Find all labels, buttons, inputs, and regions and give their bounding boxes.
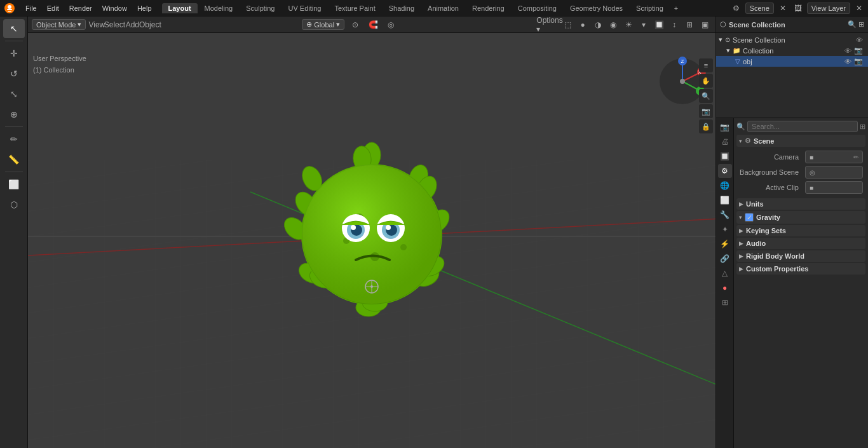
menu-render[interactable]: Render <box>64 3 97 13</box>
material-toggle[interactable]: ◑ <box>591 18 605 32</box>
lock-view-icon[interactable]: 🔒 <box>699 119 713 133</box>
props-search-input[interactable] <box>747 121 858 132</box>
tool-add-cube[interactable]: ⬜ <box>3 175 25 194</box>
tab-sculpting[interactable]: Sculpting <box>240 3 281 13</box>
background-scene-field[interactable]: ◎ <box>805 166 863 179</box>
tool-move[interactable]: ✛ <box>3 44 25 63</box>
prop-object-icon[interactable]: ⬜ <box>718 193 732 207</box>
prop-render-icon[interactable]: 📷 <box>718 120 732 134</box>
wireframe-toggle[interactable]: ⬚ <box>560 18 574 32</box>
active-clip-field[interactable]: ■ <box>805 181 863 194</box>
select-menu[interactable]: Select <box>107 18 121 32</box>
pivot-icon[interactable]: ⊙ <box>348 18 362 32</box>
tab-layout[interactable]: Layout <box>162 3 198 13</box>
prop-particles-icon[interactable]: ✦ <box>718 222 732 236</box>
scene-close-icon[interactable]: ✕ <box>776 2 789 15</box>
prop-scene-icon[interactable]: ⚙ <box>718 164 732 178</box>
view-menu[interactable]: View <box>90 18 104 32</box>
viewport-options[interactable]: Options ▾ <box>543 18 557 32</box>
scene-collection-vis-icon[interactable]: 👁 <box>856 36 863 44</box>
collection-render[interactable]: 📷 <box>854 46 863 55</box>
transform-dropdown[interactable]: ⊕ Global ▾ <box>302 19 344 30</box>
prop-texture-icon[interactable]: ⊞ <box>718 295 732 309</box>
tool-measure[interactable]: 📏 <box>3 150 25 169</box>
viewport-shading-2[interactable]: ▾ <box>637 18 651 32</box>
menu-window[interactable]: Window <box>97 3 132 13</box>
custom-props-header[interactable]: ▶ Custom Properties <box>736 263 865 275</box>
outliner-item-obj[interactable]: ▽ obj 👁 📷 <box>716 56 868 67</box>
main-area: ↖ ✛ ↺ ⤡ ⊕ ✏ 📏 ⬜ ⬡ Object Mode ▾ View Sel… <box>0 17 868 448</box>
outliner-item-scene-collection[interactable]: ▾ ⊙ Scene Collection 👁 <box>716 34 868 45</box>
view-layer-close-icon[interactable]: ✕ <box>853 2 865 15</box>
viewport-shading-1[interactable]: ☀ <box>621 18 635 32</box>
snap-icon[interactable]: 🧲 <box>366 18 380 32</box>
menu-help[interactable]: Help <box>132 3 157 13</box>
menu-file[interactable]: File <box>20 3 42 13</box>
transform-gizmo[interactable] <box>364 279 379 294</box>
rendered-toggle[interactable]: ◉ <box>606 18 620 32</box>
prop-modifier-icon[interactable]: 🔧 <box>718 208 732 222</box>
camera-field-edit[interactable]: ✏ <box>853 154 858 161</box>
tool-cursor[interactable]: ↖ <box>3 19 25 38</box>
viewport-xray[interactable]: ▣ <box>698 18 712 32</box>
audio-header[interactable]: ▶ Audio <box>736 238 865 249</box>
gravity-section-header[interactable]: ▾ ✓ Gravity <box>736 211 865 224</box>
keying-sets-header[interactable]: ▶ Keying Sets <box>736 225 865 236</box>
prop-view-layer-icon[interactable]: 🔲 <box>718 149 732 163</box>
viewport[interactable]: Object Mode ▾ View Select Add Object ⊕ G… <box>28 17 715 448</box>
tab-scripting[interactable]: Scripting <box>630 3 670 13</box>
scene-section-header[interactable]: ▾ ⚙ Scene <box>736 135 865 147</box>
prop-world-icon[interactable]: 🌐 <box>718 179 732 193</box>
tab-rendering[interactable]: Rendering <box>466 3 511 13</box>
tool-extrude[interactable]: ⬡ <box>3 195 25 214</box>
blender-logo[interactable] <box>3 1 17 15</box>
camera-field[interactable]: ■ ✏ <box>805 151 863 163</box>
tool-rotate[interactable]: ↺ <box>3 64 25 83</box>
viewport-gizmo-1[interactable]: 🔲 <box>652 18 666 32</box>
viewport-gizmo-2[interactable]: ↕ <box>667 18 681 32</box>
tool-scale[interactable]: ⤡ <box>3 85 25 104</box>
tab-texture-paint[interactable]: Texture Paint <box>328 3 381 13</box>
svg-point-33 <box>351 225 356 230</box>
virus-object[interactable] <box>276 136 467 327</box>
move-view-icon[interactable]: ✋ <box>699 74 713 88</box>
mode-dropdown[interactable]: Object Mode ▾ <box>32 19 86 30</box>
scene-canvas[interactable]: User Perspective (1) Collection <box>28 33 715 448</box>
tab-modeling[interactable]: Modeling <box>198 3 240 13</box>
object-menu[interactable]: Object <box>143 18 157 32</box>
tab-animation[interactable]: Animation <box>421 3 465 13</box>
prop-data-icon[interactable]: △ <box>718 266 732 280</box>
outliner-item-collection[interactable]: ▾ 📁 Collection 👁 📷 <box>716 45 868 56</box>
scene-dropdown[interactable]: Scene <box>745 3 774 14</box>
obj-vis[interactable]: 👁 <box>844 58 851 65</box>
zoom-view-icon[interactable]: 🔍 <box>699 89 713 103</box>
sidebar-toggle[interactable]: ≡ <box>699 58 713 72</box>
add-workspace-button[interactable]: + <box>670 3 682 13</box>
gravity-section-title: Gravity <box>756 214 780 221</box>
prop-material-icon[interactable]: ● <box>718 281 732 295</box>
rigid-body-header[interactable]: ▶ Rigid Body World <box>736 250 865 262</box>
prop-physics-icon[interactable]: ⚡ <box>718 237 732 251</box>
collection-vis[interactable]: 👁 <box>844 47 851 55</box>
solid-toggle[interactable]: ● <box>576 18 590 32</box>
tool-annotate[interactable]: ✏ <box>3 130 25 149</box>
gravity-checkbox[interactable]: ✓ <box>745 213 754 222</box>
outliner-filter-icon[interactable]: ⊞ <box>858 20 864 29</box>
proportional-icon[interactable]: ◎ <box>384 18 398 32</box>
outliner-search-icon[interactable]: 🔍 <box>848 20 857 29</box>
tab-uv-editing[interactable]: UV Editing <box>282 3 328 13</box>
menu-edit[interactable]: Edit <box>42 3 64 13</box>
units-section-header[interactable]: ▶ Units <box>736 198 865 210</box>
props-filter-icon[interactable]: ⊞ <box>860 123 865 131</box>
prop-output-icon[interactable]: 🖨 <box>718 135 732 149</box>
add-menu[interactable]: Add <box>125 18 139 32</box>
camera-view-icon[interactable]: 📷 <box>699 104 713 118</box>
prop-constraints-icon[interactable]: 🔗 <box>718 252 732 266</box>
tab-shading[interactable]: Shading <box>383 3 421 13</box>
viewport-overlay[interactable]: ⊞ <box>682 18 696 32</box>
tab-compositing[interactable]: Compositing <box>512 3 563 13</box>
tab-geometry-nodes[interactable]: Geometry Nodes <box>564 3 629 13</box>
tool-transform[interactable]: ⊕ <box>3 105 25 124</box>
view-layer-dropdown[interactable]: View Layer <box>807 3 850 14</box>
obj-render[interactable]: 📷 <box>854 57 863 65</box>
